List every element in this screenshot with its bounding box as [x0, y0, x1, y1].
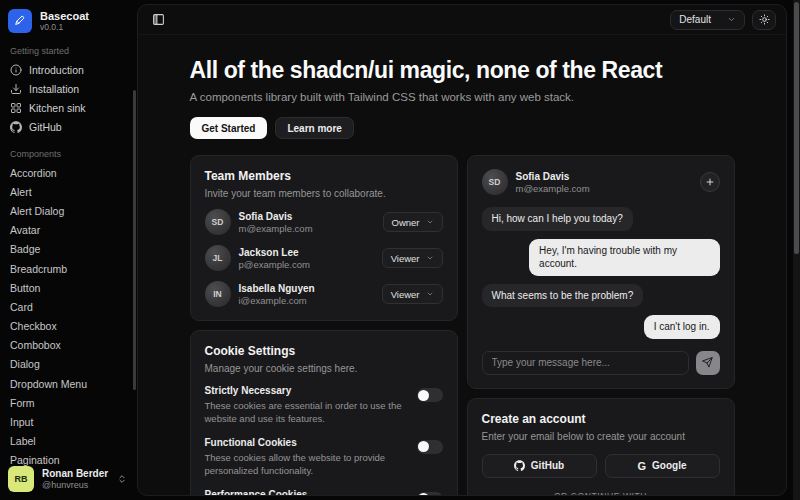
- team-members-card: Team Members Invite your team members to…: [190, 155, 458, 321]
- paintbrush-icon: [8, 9, 32, 33]
- sidebar-item-card[interactable]: Card: [8, 297, 129, 316]
- page-scrollbar-thumb[interactable]: [794, 2, 799, 254]
- new-message-button[interactable]: [700, 172, 720, 192]
- sidebar-item-dropdown-menu[interactable]: Dropdown Menu: [8, 374, 129, 393]
- button-label: Google: [652, 460, 686, 471]
- team-member-row: IN Isabella Nguyen i@example.com Viewer: [205, 281, 443, 307]
- role-select[interactable]: Owner: [383, 212, 443, 232]
- chat-input-row: [482, 351, 720, 375]
- sidebar-item-introduction[interactable]: Introduction: [8, 60, 129, 79]
- member-name: Jackson Lee: [239, 247, 310, 258]
- cookie-settings-card: Cookie Settings Manage your cookie setti…: [190, 330, 458, 496]
- github-icon: [514, 460, 525, 471]
- github-signup-button[interactable]: GitHub: [482, 454, 597, 478]
- google-signup-button[interactable]: G Google: [605, 454, 720, 478]
- member-email: m@example.com: [239, 223, 313, 234]
- cookie-setting-row: Strictly Necessary These cookies are ess…: [205, 385, 443, 426]
- send-button[interactable]: [696, 351, 720, 375]
- chat-card: SD Sofia Davis m@example.com Hi, how can…: [467, 155, 735, 389]
- sidebar-item-form[interactable]: Form: [8, 393, 129, 412]
- sidebar-item-alert[interactable]: Alert: [8, 182, 129, 201]
- setting-title: Functional Cookies: [205, 437, 407, 448]
- divider-label: OR CONTINUE WITH: [554, 491, 647, 497]
- section-label-components: Components: [10, 149, 129, 159]
- page-content: All of the shadcn/ui magic, none of the …: [190, 35, 735, 496]
- avatar: SD: [205, 209, 231, 235]
- card-description: Enter your email below to create your ac…: [482, 431, 720, 442]
- brand[interactable]: Basecoat v0.0.1: [8, 9, 129, 33]
- sidebar-item-github[interactable]: GitHub: [8, 117, 129, 136]
- sidebar-item-label: Kitchen sink: [29, 102, 86, 114]
- member-email: i@example.com: [239, 295, 315, 306]
- theme-select[interactable]: Default: [670, 10, 745, 30]
- card-description: Invite your team members to collaborate.: [205, 188, 443, 199]
- role-select[interactable]: Viewer: [382, 284, 443, 304]
- github-icon: [10, 121, 22, 133]
- user-name: Ronan Berder: [42, 468, 108, 480]
- member-name: Sofia Davis: [239, 211, 313, 222]
- chevron-down-icon: [426, 254, 434, 262]
- plus-icon: [705, 177, 715, 187]
- get-started-button[interactable]: Get Started: [190, 117, 268, 139]
- chevron-down-icon: [426, 218, 434, 226]
- setting-title: Strictly Necessary: [205, 385, 407, 396]
- sidebar-item-alert-dialog[interactable]: Alert Dialog: [8, 201, 129, 220]
- member-name: Isabella Nguyen: [239, 283, 315, 294]
- chevron-down-icon: [426, 290, 434, 298]
- cookie-setting-row: Functional Cookies These cookies allow t…: [205, 437, 443, 478]
- message-input[interactable]: [482, 351, 689, 375]
- sidebar-item-kitchen-sink[interactable]: Kitchen sink: [8, 98, 129, 117]
- sidebar-item-breadcrumb[interactable]: Breadcrumb: [8, 259, 129, 278]
- role-select[interactable]: Viewer: [382, 248, 443, 268]
- learn-more-button[interactable]: Learn more: [275, 117, 353, 139]
- strictly-necessary-toggle[interactable]: [417, 388, 443, 402]
- sidebar-toggle-button[interactable]: [148, 10, 168, 30]
- performance-cookies-toggle[interactable]: [417, 492, 443, 496]
- sidebar-item-combobox[interactable]: Combobox: [8, 336, 129, 355]
- sidebar-item-installation[interactable]: Installation: [8, 79, 129, 98]
- create-account-card: Create an account Enter your email below…: [467, 398, 735, 497]
- role-value: Owner: [392, 217, 420, 228]
- setting-description: These cookies allow the website to provi…: [205, 451, 407, 478]
- chat-header: SD Sofia Davis m@example.com: [482, 169, 720, 195]
- chat-message-sent: Hey, I'm having trouble with my account.: [529, 239, 719, 276]
- sidebar-item-accordion[interactable]: Accordion: [8, 163, 129, 182]
- section-label-getting-started: Getting started: [10, 46, 129, 56]
- user-menu[interactable]: RB Ronan Berder @hunvreus: [0, 458, 135, 500]
- left-column: Team Members Invite your team members to…: [190, 155, 458, 496]
- theme-toggle-button[interactable]: [752, 10, 776, 30]
- sidebar-item-checkbox[interactable]: Checkbox: [8, 317, 129, 336]
- sidebar-item-avatar[interactable]: Avatar: [8, 221, 129, 240]
- card-description: Manage your cookie settings here.: [205, 363, 443, 374]
- right-column: SD Sofia Davis m@example.com Hi, how can…: [467, 155, 735, 496]
- sidebar-scrollbar[interactable]: [133, 90, 136, 390]
- card-title: Create an account: [482, 412, 720, 426]
- team-member-row: SD Sofia Davis m@example.com Owner: [205, 209, 443, 235]
- setting-description: These cookies are essential in order to …: [205, 399, 407, 426]
- chevron-down-icon: [727, 15, 736, 24]
- sidebar-item-input[interactable]: Input: [8, 412, 129, 431]
- sidebar-item-button[interactable]: Button: [8, 278, 129, 297]
- page-scrollbar-track[interactable]: [793, 0, 800, 500]
- switch-knob: [418, 493, 429, 496]
- sidebar-item-label: GitHub: [29, 121, 62, 133]
- or-continue-divider: OR CONTINUE WITH: [482, 491, 720, 497]
- brand-name: Basecoat: [40, 10, 89, 23]
- panel-left-icon: [152, 13, 165, 26]
- info-icon: [10, 64, 22, 76]
- sidebar-item-dialog[interactable]: Dialog: [8, 355, 129, 374]
- brand-version: v0.0.1: [40, 22, 89, 32]
- chat-message-sent: I can't log in.: [644, 315, 720, 339]
- download-icon: [10, 83, 22, 95]
- card-title: Team Members: [205, 169, 443, 183]
- chat-message-received: Hi, how can I help you today?: [482, 207, 633, 231]
- button-label: GitHub: [531, 460, 564, 471]
- switch-knob: [418, 390, 429, 401]
- main-header: Default: [138, 5, 786, 35]
- grid-icon: [10, 102, 22, 114]
- avatar: SD: [482, 169, 508, 195]
- functional-cookies-toggle[interactable]: [417, 440, 443, 454]
- cards-grid: Team Members Invite your team members to…: [190, 155, 735, 496]
- sidebar-item-badge[interactable]: Badge: [8, 240, 129, 259]
- sidebar-item-label[interactable]: Label: [8, 432, 129, 451]
